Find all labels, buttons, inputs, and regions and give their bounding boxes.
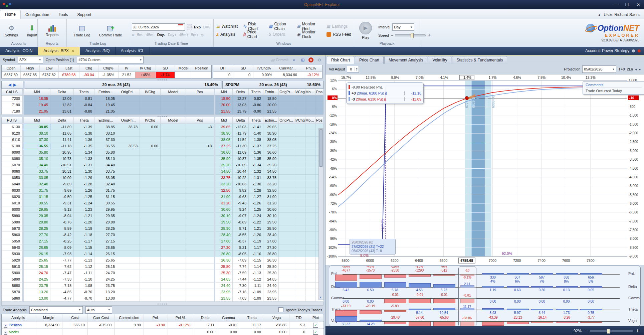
chain-cell[interactable] [294,213,305,219]
chain-cell[interactable] [186,156,214,162]
chain-cell[interactable] [294,149,305,156]
chain-cell[interactable] [140,289,161,295]
chain-vertical-scrollbar[interactable]: ▼ [318,128,324,300]
chain-row[interactable]: 603031.75-9.69-1.2631.7532.50-9.82-1.283… [1,187,324,194]
play-button[interactable]: ▶Play [357,21,374,40]
chain-cell[interactable]: 28.40 [263,232,279,238]
chain-cell[interactable]: -1.19 [74,225,94,232]
step-day-fwd[interactable]: Day+ [168,33,177,37]
chain-cell[interactable] [294,124,305,130]
projection-next-icon[interactable]: ▸ [639,67,641,71]
chain-cell[interactable]: -1.08 [74,283,94,289]
chain-cell[interactable] [305,130,315,137]
chain-cell[interactable]: -1.12 [74,264,94,270]
price-chart-button[interactable]: ⫿⫾Price Chart [243,30,263,39]
chain-cell[interactable] [161,124,186,130]
plot-checkbox[interactable]: ✓ [313,323,318,328]
chain-cell[interactable]: -1.14 [249,264,263,270]
chain-cell[interactable] [117,225,140,232]
chain-cell[interactable] [117,194,140,200]
chain-cell[interactable] [279,156,294,162]
chain-cell[interactable]: -1.11 [74,270,94,276]
chain-cell[interactable] [117,206,140,213]
chain-cell[interactable]: -8.21 [233,244,249,251]
chain-cell[interactable] [117,238,140,244]
chain-cell[interactable]: 29.50 [263,219,279,225]
chain-cell[interactable]: 27.70 [94,232,117,238]
chain-cell[interactable] [161,168,186,175]
chain-cell[interactable] [294,295,305,302]
symbol-select[interactable]: SPX▼ [18,56,43,63]
chain-cell[interactable] [279,124,294,130]
chain-cell[interactable] [186,175,214,181]
chain-cell[interactable]: -9.43 [233,200,249,206]
chain-cell[interactable] [279,264,294,270]
chain-cell[interactable] [279,244,294,251]
chain-cell[interactable]: 29.50 [215,219,233,225]
chain-cell[interactable]: -1.37 [249,143,263,149]
chain-row[interactable]: 610036.55-11.18-1.3536.5536.530.00+337.2… [1,143,324,149]
chain-cell[interactable]: -1.31 [74,162,94,168]
step-5m-fwd[interactable]: 5m+ [191,33,198,37]
trade-analysis-auto-select[interactable]: Auto▼ [85,306,112,314]
chain-cell[interactable] [279,149,294,156]
chain-cell[interactable] [186,102,214,108]
chain-row[interactable]: 604032.40-9.89-1.2832.4033.20-10.03-1.30… [1,181,324,187]
chain-cell[interactable]: 19.45 [94,102,117,108]
chain-cell[interactable]: -7.44 [233,276,249,283]
settings-button[interactable]: ⚙Settings [3,23,20,38]
chain-cell[interactable]: -12.03 [233,124,249,130]
chain-cell[interactable] [140,251,161,257]
chain-cell[interactable] [294,156,305,162]
chain-cell[interactable] [294,251,305,257]
chain-cell[interactable] [279,257,294,264]
maximize-button[interactable]: ☐ [621,2,633,7]
chain-row[interactable]: 607034.40-10.51-1.3134.4035.20-10.65-1.3… [1,162,324,168]
chain-cell[interactable]: -0.84 [74,102,94,108]
chain-cell[interactable]: -8.71 [233,225,249,232]
chain-cell[interactable]: -10.87 [233,156,249,162]
chain-cell[interactable]: -7.89 [233,257,249,264]
chain-cell[interactable]: 34.40 [24,162,50,168]
chain-cell[interactable] [305,257,315,264]
chain-cell[interactable]: 25.30 [215,270,233,276]
step-5m-back[interactable]: 5m- [137,33,144,37]
projection-date-select[interactable]: 05/02/2026▼ [582,65,616,73]
chain-cell[interactable]: 27.30 [263,244,279,251]
chain-cell[interactable]: 31.20 [215,200,233,206]
chain-cell[interactable]: 37.25 [263,143,279,149]
chain-cell[interactable] [186,295,214,302]
chain-cell[interactable] [305,276,315,283]
chain-row[interactable]: 587013.20-4.85-0.7013.2023.95-7.16-1.092… [1,289,324,295]
chain-cell[interactable]: 30.10 [263,213,279,219]
chain-cell[interactable] [140,264,161,270]
chain-cell[interactable] [117,137,140,143]
chain-row[interactable]: 596027.70-8.42-1.1827.7028.40-8.55-1.202… [1,232,324,238]
chain-cell[interactable]: -10.03 [233,181,249,187]
chain-cell[interactable] [161,225,186,232]
chain-cell[interactable]: 32.50 [215,187,233,194]
chain-cell[interactable]: -8.55 [233,232,249,238]
chain-cell[interactable]: -1.24 [249,213,263,219]
chain-cell[interactable] [186,108,214,115]
risk-chart[interactable]: 6775.646829.186936.266989.806127.7012%6%… [326,74,644,265]
chain-cell[interactable]: 28.80 [94,219,117,225]
chain-cell[interactable]: -10.44 [233,168,249,175]
chain-cell[interactable]: -9.12 [50,206,74,213]
chain-cell[interactable] [161,206,186,213]
chain-cell[interactable]: 38.90 [263,130,279,137]
chain-cell[interactable] [305,156,315,162]
chain-cell[interactable] [161,289,186,295]
chain-cell[interactable]: 32.50 [263,187,279,194]
chain-cell[interactable] [117,295,140,302]
chain-cell[interactable]: -11.09 [233,149,249,156]
chain-cell[interactable]: -1.40 [249,130,263,137]
chain-cell[interactable]: 23.55 [263,295,279,302]
chain-cell[interactable] [294,137,305,143]
chain-cell[interactable] [186,251,214,257]
chain-cell[interactable] [140,200,161,206]
chain-cell[interactable]: -7.62 [50,264,74,270]
chain-cell[interactable] [305,181,315,187]
chain-cell[interactable] [305,194,315,200]
chain-cell[interactable]: -1.10 [74,276,94,283]
